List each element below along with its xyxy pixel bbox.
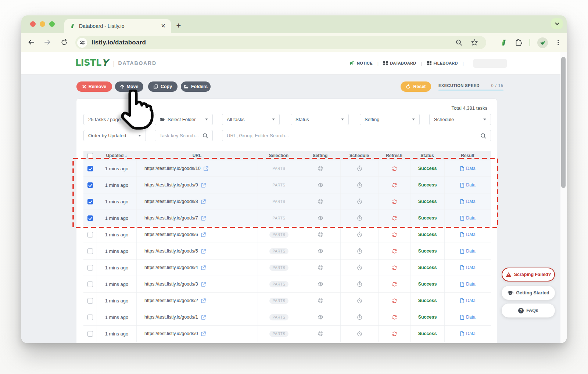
refresh-icon[interactable] [392, 265, 397, 270]
reload-button[interactable] [59, 37, 69, 47]
data-link[interactable]: Data [460, 315, 475, 320]
row-refresh[interactable] [378, 276, 410, 292]
row-checkbox-cell[interactable] [83, 210, 97, 226]
row-setting[interactable] [300, 276, 340, 292]
url-search[interactable]: URL, Group, Folder Search... [222, 130, 491, 141]
row-checkbox[interactable] [87, 248, 93, 254]
url-text[interactable]: https://test.listly.io/goods/6 [144, 232, 198, 237]
row-refresh[interactable] [378, 160, 410, 177]
row-result[interactable]: Data [444, 177, 491, 193]
row-schedule[interactable] [340, 276, 378, 292]
reset-button[interactable]: Reset [401, 81, 431, 92]
url-text[interactable]: https://test.listly.io/goods/10 [144, 166, 201, 171]
external-link-icon[interactable] [201, 183, 206, 188]
getting-started-button[interactable]: Getting Started [502, 286, 555, 300]
external-link-icon[interactable] [201, 232, 206, 237]
row-url[interactable]: https://test.listly.io/goods/4 [136, 259, 258, 276]
data-link[interactable]: Data [460, 182, 475, 188]
row-url[interactable]: https://test.listly.io/goods/8 [136, 193, 258, 210]
refresh-icon[interactable] [392, 315, 397, 320]
row-setting[interactable] [300, 177, 340, 193]
row-schedule[interactable] [340, 210, 378, 226]
row-checkbox[interactable] [87, 298, 93, 304]
stopwatch-icon[interactable] [357, 281, 362, 287]
stopwatch-icon[interactable] [357, 199, 362, 204]
remove-button[interactable]: Remove [76, 81, 112, 92]
row-schedule[interactable] [340, 326, 378, 342]
external-link-icon[interactable] [201, 282, 206, 287]
row-checkbox-cell[interactable] [83, 326, 97, 342]
task-key-search[interactable]: Task-key Search... [155, 130, 213, 141]
url-text[interactable]: https://test.listly.io/goods/0 [144, 331, 198, 336]
window-chevron-button[interactable] [551, 18, 563, 29]
row-checkbox[interactable] [87, 232, 93, 237]
row-checkbox-cell[interactable] [83, 177, 97, 193]
row-schedule[interactable] [340, 309, 378, 325]
row-schedule[interactable] [340, 193, 378, 210]
data-link[interactable]: Data [460, 248, 475, 254]
data-link[interactable]: Data [460, 298, 475, 303]
row-setting[interactable] [300, 160, 340, 177]
faqs-button[interactable]: ? FAQs [502, 304, 555, 317]
gear-icon[interactable] [318, 215, 323, 221]
gear-icon[interactable] [318, 166, 323, 171]
row-checkbox-cell[interactable] [83, 276, 97, 292]
row-schedule[interactable] [340, 177, 378, 193]
row-schedule[interactable] [340, 243, 378, 259]
folder-select[interactable]: Select Folder [155, 114, 213, 125]
schedule-select[interactable]: Schedule [429, 114, 491, 125]
data-link[interactable]: Data [460, 282, 475, 287]
all-tasks-select[interactable]: All tasks [222, 114, 280, 125]
row-result[interactable]: Data [444, 309, 491, 325]
row-url[interactable]: https://test.listly.io/goods/1 [136, 309, 258, 325]
row-refresh[interactable] [378, 326, 410, 342]
stopwatch-icon[interactable] [357, 215, 362, 221]
stopwatch-icon[interactable] [357, 166, 362, 171]
row-checkbox-cell[interactable] [83, 160, 97, 177]
stopwatch-icon[interactable] [357, 182, 362, 188]
refresh-icon[interactable] [392, 199, 397, 204]
external-link-icon[interactable] [201, 315, 206, 320]
external-link-icon[interactable] [201, 331, 206, 336]
row-schedule[interactable] [340, 160, 378, 177]
data-link[interactable]: Data [460, 199, 475, 204]
row-url[interactable]: https://test.listly.io/goods/2 [136, 293, 258, 309]
url-text[interactable]: https://test.listly.io/goods/1 [144, 315, 198, 320]
profile-avatar[interactable] [537, 37, 548, 48]
browser-tab[interactable]: Databoard - Listly.io ✕ [64, 19, 171, 33]
url-text[interactable]: https://test.listly.io/goods/3 [144, 282, 198, 287]
row-setting[interactable] [300, 243, 340, 259]
site-settings-icon[interactable] [77, 38, 87, 48]
data-link[interactable]: Data [460, 331, 475, 336]
refresh-icon[interactable] [392, 298, 397, 304]
row-url[interactable]: https://test.listly.io/goods/9 [136, 177, 258, 193]
stopwatch-icon[interactable] [357, 298, 362, 304]
stopwatch-icon[interactable] [357, 314, 362, 320]
row-checkbox[interactable] [87, 199, 93, 204]
scrollbar-track[interactable] [560, 52, 567, 343]
url-text[interactable]: https://test.listly.io/goods/4 [144, 265, 198, 270]
row-url[interactable]: https://test.listly.io/goods/6 [136, 226, 258, 243]
row-result[interactable]: Data [444, 226, 491, 243]
row-refresh[interactable] [378, 193, 410, 210]
url-text[interactable]: https://test.listly.io/goods/5 [144, 248, 198, 254]
row-setting[interactable] [300, 226, 340, 243]
url-text[interactable]: https://test.listly.io/goods/8 [144, 199, 198, 204]
row-refresh[interactable] [378, 226, 410, 243]
row-result[interactable]: Data [444, 210, 491, 226]
listly-logo[interactable]: LISTLY | DATABOARD [75, 58, 157, 68]
gear-icon[interactable] [318, 248, 323, 254]
row-checkbox-cell[interactable] [83, 243, 97, 259]
new-tab-button[interactable]: + [173, 20, 184, 32]
gear-icon[interactable] [318, 182, 323, 188]
external-link-icon[interactable] [204, 166, 208, 171]
data-link[interactable]: Data [460, 215, 475, 221]
nav-databoard[interactable]: DATABOARD [383, 61, 416, 65]
extensions-puzzle-icon[interactable] [514, 39, 523, 47]
row-setting[interactable] [300, 259, 340, 276]
row-result[interactable]: Data [444, 326, 491, 342]
row-checkbox-cell[interactable] [83, 293, 97, 309]
listly-extension-icon[interactable] [499, 39, 508, 47]
row-checkbox[interactable] [87, 215, 93, 221]
row-result[interactable]: Data [444, 276, 491, 292]
